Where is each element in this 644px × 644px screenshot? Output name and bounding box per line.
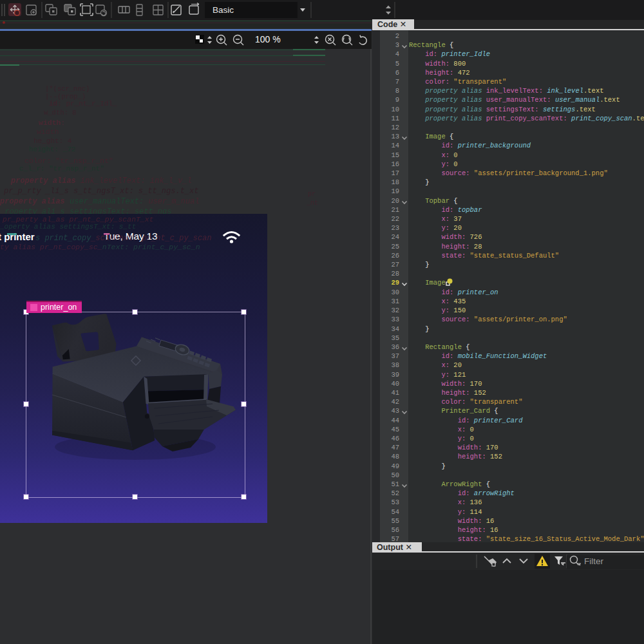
svg-text:Filter: Filter — [584, 556, 604, 566]
svg-text:Basic: Basic — [213, 5, 234, 15]
svg-text:100 %: 100 % — [255, 34, 281, 44]
